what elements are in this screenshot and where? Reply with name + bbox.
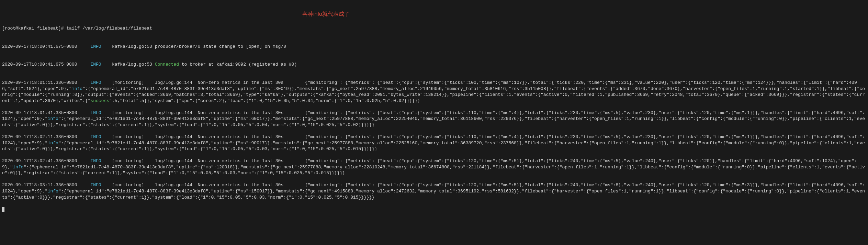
log-line: 2020-09-17T18:01:41.335+0800 INFO [monit… <box>2 110 866 128</box>
terminal-output[interactable]: [root@kafka1 filebeat]# tailf /var/log/f… <box>2 25 866 212</box>
info-key: info <box>48 116 58 121</box>
log-level-info: INFO <box>90 110 101 115</box>
log-level-info: INFO <box>90 80 101 85</box>
info-key: info <box>48 189 58 194</box>
log-line: 2020-09-17T18:02:11.336+0800 INFO [monit… <box>2 134 866 152</box>
log-line: 2020-09-17T18:03:11.336+0800 INFO [monit… <box>2 182 866 200</box>
log-level-info: INFO <box>90 158 101 164</box>
info-key: info <box>13 165 23 170</box>
log-level-info: INFO <box>90 44 101 49</box>
terminal-cursor <box>2 207 4 212</box>
log-line: 2020-09-17T18:02:41.336+0800 INFO [monit… <box>2 158 866 176</box>
annotation-text: 各种info就代表成了 <box>302 10 350 18</box>
connected-status: Connected <box>155 62 179 67</box>
info-key: info <box>48 141 58 146</box>
success-key: success <box>90 98 109 103</box>
log-level-info: INFO <box>90 182 101 188</box>
log-level-info: INFO <box>90 62 101 67</box>
log-line: 2020-09-17T18:01:11.336+0800 INFO [monit… <box>2 80 866 104</box>
log-level-info: INFO <box>90 134 101 140</box>
log-line: 2020-09-17T18:00:41.675+0800 INFO kafka/… <box>2 62 866 68</box>
log-line: 2020-09-17T18:00:41.675+0800 INFO kafka/… <box>2 44 866 50</box>
info-key: info <box>72 86 82 91</box>
shell-prompt: [root@kafka1 filebeat]# tailf /var/log/f… <box>2 25 866 32</box>
